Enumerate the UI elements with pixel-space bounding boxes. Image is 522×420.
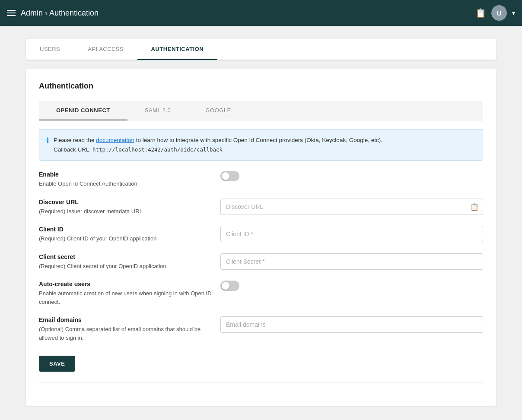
callback-url: http://localhost:4242/auth/oidc/callback <box>92 146 223 153</box>
avatar[interactable]: U <box>491 5 507 21</box>
email-domains-label: Email domains <box>39 316 212 323</box>
form-row-client-secret: Client secret (Required) Client secret o… <box>39 253 483 271</box>
tab-google[interactable]: GOOGLE <box>188 101 248 120</box>
chevron-down-icon[interactable]: ▾ <box>512 9 515 16</box>
nav-left: Admin › Authentication <box>7 9 99 18</box>
discover-url-input[interactable] <box>220 199 483 215</box>
client-secret-label-col: Client secret (Required) Client secret o… <box>39 253 212 271</box>
auto-create-label: Auto-create users <box>39 281 212 287</box>
tab-users[interactable]: USERS <box>26 39 74 60</box>
form-row-client-id: Client ID (Required) Client ID of your O… <box>39 226 483 243</box>
top-tabs-card: USERS API ACCESS AUTHENTICATION <box>26 39 496 60</box>
auto-create-control <box>220 281 483 291</box>
enable-description: Enable Open Id Connect Authentication. <box>39 180 212 188</box>
top-tabs: USERS API ACCESS AUTHENTICATION <box>26 39 496 60</box>
email-domains-description: (Optional) Comma separated list of email… <box>39 325 212 342</box>
tab-openid-connect[interactable]: OPENID CONNECT <box>39 101 127 120</box>
client-secret-label: Client secret <box>39 253 212 260</box>
enable-control <box>220 171 483 181</box>
client-id-label-col: Client ID (Required) Client ID of your O… <box>39 226 212 243</box>
client-id-control <box>220 226 483 242</box>
email-domains-label-col: Email domains (Optional) Comma separated… <box>39 316 212 342</box>
form-row-auto-create: Auto-create users Enable automatic creat… <box>39 281 483 306</box>
form-row-discover-url: Discover URL (Required) Issuer discover … <box>39 199 483 216</box>
section-title: Authentication <box>39 82 483 91</box>
client-id-input[interactable] <box>220 226 483 242</box>
email-domains-input[interactable] <box>220 316 483 333</box>
form-row-email-domains: Email domains (Optional) Comma separated… <box>39 316 483 342</box>
discover-url-control: 📋 <box>220 199 483 215</box>
main-card: Authentication OPENID CONNECT SAML 2.0 G… <box>26 69 496 406</box>
clipboard-icon: 📋 <box>470 202 479 211</box>
client-secret-input[interactable] <box>220 253 483 270</box>
form-row-enable: Enable Enable Open Id Connect Authentica… <box>39 171 483 188</box>
tab-authentication[interactable]: AUTHENTICATION <box>137 39 218 60</box>
discover-url-label-col: Discover URL (Required) Issuer discover … <box>39 199 212 216</box>
discover-url-input-wrap: 📋 <box>220 199 483 215</box>
menu-button[interactable] <box>7 10 16 16</box>
client-secret-description: (Required) Client secret of your OpenID … <box>39 262 212 271</box>
auto-create-description: Enable automatic creation of new users w… <box>39 289 212 306</box>
enable-label-col: Enable Enable Open Id Connect Authentica… <box>39 171 212 188</box>
nav-right: 📋 U ▾ <box>475 5 515 21</box>
documentation-icon[interactable]: 📋 <box>475 8 486 18</box>
client-id-description: (Required) Client ID of your OpenID appl… <box>39 234 212 243</box>
info-text: Please read the documentation to learn h… <box>54 136 382 154</box>
top-navigation: Admin › Authentication 📋 U ▾ <box>0 0 522 26</box>
discover-url-description: (Required) Issuer discover metadata URL <box>39 207 212 216</box>
client-secret-control <box>220 253 483 270</box>
section-divider <box>39 382 483 382</box>
save-button[interactable]: SAVE <box>39 356 75 372</box>
enable-label: Enable <box>39 171 212 178</box>
auto-create-toggle[interactable] <box>220 281 239 291</box>
page-content: USERS API ACCESS AUTHENTICATION Authenti… <box>0 26 522 419</box>
info-icon: ℹ <box>46 136 49 145</box>
auto-create-label-col: Auto-create users Enable automatic creat… <box>39 281 212 306</box>
email-domains-control <box>220 316 483 333</box>
breadcrumb: Admin › Authentication <box>21 9 99 18</box>
info-box: ℹ Please read the documentation to learn… <box>39 129 483 161</box>
client-id-label: Client ID <box>39 226 212 233</box>
tab-saml[interactable]: SAML 2.0 <box>127 101 188 120</box>
tab-api-access[interactable]: API ACCESS <box>74 39 137 60</box>
enable-toggle[interactable] <box>220 171 239 181</box>
inner-tabs: OPENID CONNECT SAML 2.0 GOOGLE <box>39 101 483 120</box>
discover-url-label: Discover URL <box>39 199 212 205</box>
documentation-link[interactable]: documentation <box>96 137 134 143</box>
